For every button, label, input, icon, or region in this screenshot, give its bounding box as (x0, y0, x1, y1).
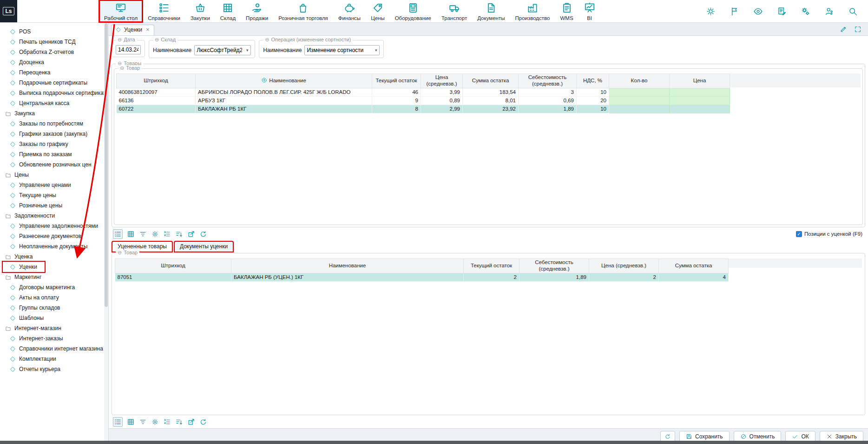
table-cell[interactable]: 3,99 (421, 88, 463, 96)
flag-icon[interactable] (730, 7, 739, 16)
column-header[interactable]: Сумма остатка (463, 74, 519, 88)
export-icon[interactable] (187, 230, 195, 238)
sidebar-item-22[interactable]: Уценка (0, 252, 108, 262)
sidebar-item-12[interactable]: Приемка по заказам (0, 149, 108, 159)
sidebar-item-28[interactable]: Шаблоны (0, 313, 108, 323)
group-date-legend[interactable]: ⊖Дата (116, 37, 137, 42)
table-cell[interactable]: 4 (659, 273, 729, 281)
warehouse-input[interactable] (195, 46, 244, 55)
positions-with-markdown-checkbox[interactable]: Позиции с уценкой (F9) (796, 231, 862, 237)
table-cell[interactable] (609, 96, 670, 105)
table-cell[interactable]: 60722 (117, 105, 196, 113)
column-header[interactable]: Цена (средневзв.) (589, 259, 659, 273)
sidebar-item-17[interactable]: Розничные цены (0, 200, 108, 211)
sidebar-item-2[interactable]: Обработка Z-отчетов (0, 47, 108, 57)
table-cell[interactable]: 2,99 (421, 105, 463, 113)
sidebar-item-24[interactable]: Маркетинг (0, 272, 108, 282)
sidebar-item-8[interactable]: Закупка (0, 108, 108, 119)
tab-ucenki[interactable]: Уценки × (111, 25, 154, 35)
column-header[interactable]: Штрихкод (117, 74, 196, 88)
sidebar-item-4[interactable]: Переоценка (0, 67, 108, 78)
column-header[interactable]: Текущий остаток (464, 259, 519, 273)
ok-button[interactable]: ОК (785, 431, 815, 442)
dropdown-icon[interactable]: ▾ (244, 48, 250, 53)
column-header[interactable]: Кол-во (609, 74, 670, 88)
table-cell[interactable]: 2 (464, 273, 519, 281)
sidebar-item-14[interactable]: Цены (0, 170, 108, 180)
toolbar-item-4[interactable]: Продажи (241, 0, 273, 22)
table-cell[interactable]: АРБУЗ 1КГ (196, 96, 372, 105)
tab-markdown-documents[interactable]: Документы уценки (174, 241, 233, 252)
toolbar-item-10[interactable]: Документы (472, 0, 510, 22)
table-cell[interactable]: БАКЛАЖАН РБ (УЦЕН.) 1КГ (231, 273, 464, 281)
sidebar-item-25[interactable]: Договоры маркетинга (0, 282, 108, 292)
table-cell[interactable]: 0,69 (519, 96, 577, 105)
sidebar-item-21[interactable]: Неоплаченные документы (0, 241, 108, 252)
sidebar-item-20[interactable]: Разнесение документов (0, 231, 108, 241)
operation-input[interactable] (305, 46, 373, 55)
sidebar-item-10[interactable]: Графики заказов (закупка) (0, 129, 108, 139)
toolbar-item-0[interactable]: Рабочий стол (99, 0, 143, 22)
column-header[interactable]: Себестоимость (средневзв.) (519, 259, 589, 273)
edit-icon[interactable] (840, 26, 847, 33)
reload-icon[interactable] (199, 418, 207, 426)
table-cell[interactable]: 10 (577, 105, 609, 113)
table-cell[interactable] (670, 96, 730, 105)
table-cell[interactable]: 183,54 (463, 88, 519, 96)
close-button[interactable]: Закрыть (820, 431, 863, 442)
table-cell[interactable]: 20 (577, 96, 609, 105)
toolbar-item-8[interactable]: Оборудование (390, 0, 436, 22)
export-icon[interactable] (187, 418, 195, 426)
toolbar-item-13[interactable]: BI (579, 0, 601, 22)
sidebar-item-27[interactable]: Группы складов (0, 303, 108, 313)
gear-icon[interactable] (151, 418, 159, 426)
group-discounted-good-legend[interactable]: ⊖Товар (116, 250, 139, 255)
table-cell[interactable] (670, 105, 730, 113)
table-cell[interactable]: 87051 (115, 273, 231, 281)
sidebar-item-23[interactable]: Уценки (3, 262, 45, 272)
column-header[interactable]: Себестоимость (средневзв.) (519, 74, 577, 88)
numbered-list-icon[interactable] (163, 418, 171, 426)
table-cell[interactable]: 9 (372, 96, 421, 105)
table-cell[interactable] (609, 105, 670, 113)
toolbar-item-7[interactable]: Цены (366, 0, 390, 22)
table-row[interactable]: 60722БАКЛАЖАН РБ 1КГ82,9923,921,8910 (117, 105, 730, 113)
theme-icon[interactable] (706, 7, 716, 16)
sidebar-item-32[interactable]: Комплектации (0, 354, 108, 364)
warehouse-combo[interactable]: ▾ (194, 45, 251, 55)
toolbar-item-9[interactable]: Транспорт (436, 0, 472, 22)
table-row[interactable]: 4008638120097АБРИКОСЫ ЛОРАДО ПОЛОВ.В ЛЕГ… (117, 88, 730, 96)
cancel-button[interactable]: Отменить (734, 431, 782, 442)
group-operation-legend[interactable]: ⊖Операция (изменение сортности) (263, 37, 353, 42)
grid-view-icon[interactable] (127, 418, 135, 426)
column-header[interactable]: Текущий остаток (372, 74, 421, 88)
profile-icon[interactable] (824, 7, 834, 16)
column-header[interactable]: Наименование (231, 259, 464, 273)
list-view-icon[interactable] (113, 417, 123, 427)
toolbar-item-1[interactable]: Справочники (143, 0, 185, 22)
scrollbar-thumb[interactable] (105, 23, 108, 307)
filter-icon[interactable] (139, 418, 147, 426)
settings-icon[interactable] (801, 7, 810, 16)
column-header[interactable]: НДС, % (577, 74, 609, 88)
sidebar-scrollbar[interactable] (104, 23, 108, 444)
toolbar-item-3[interactable]: Склад (215, 0, 241, 22)
column-header[interactable]: Цена (670, 74, 730, 88)
gear-icon[interactable] (151, 230, 159, 238)
table-cell[interactable]: БАКЛАЖАН РБ 1КГ (196, 105, 372, 113)
sidebar-item-16[interactable]: Текущие цены (0, 190, 108, 200)
toolbar-item-12[interactable]: WMS (555, 0, 578, 22)
sort-list-icon[interactable] (175, 418, 183, 426)
sidebar-item-3[interactable]: Дооценка (0, 57, 108, 67)
table-row[interactable]: 66136АРБУЗ 1КГ90,898,010,6920 (117, 96, 730, 105)
sidebar-item-15[interactable]: Управление ценами (0, 180, 108, 190)
filter-icon[interactable] (139, 230, 147, 238)
sidebar-item-19[interactable]: Управление задолженностями (0, 221, 108, 231)
table-cell[interactable]: 23,92 (463, 105, 519, 113)
table-cell[interactable]: 1,89 (519, 273, 589, 281)
sidebar-item-18[interactable]: Задолженности (0, 211, 108, 221)
date-input[interactable] (116, 45, 141, 54)
table-cell[interactable]: 4008638120097 (117, 88, 196, 96)
sidebar-item-31[interactable]: Справочники интернет магазина (0, 344, 108, 354)
sidebar-item-1[interactable]: Печать ценников ТСД (0, 37, 108, 47)
